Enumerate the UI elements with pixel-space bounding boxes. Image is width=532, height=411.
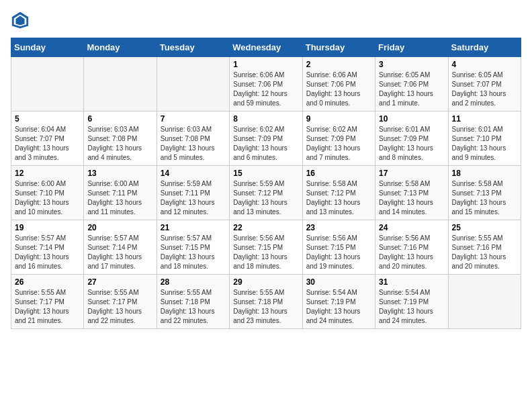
cell-content: Sunrise: 6:00 AMSunset: 7:11 PMDaylight:… — [87, 179, 152, 217]
cell-line: Daylight: 13 hours — [233, 307, 298, 316]
day-number: 1 — [233, 60, 298, 69]
cell-line: Daylight: 13 hours — [379, 198, 444, 208]
day-number: 11 — [452, 114, 517, 124]
day-number: 13 — [87, 169, 152, 178]
cell-line: Sunset: 7:16 PM — [452, 243, 517, 253]
calendar-cell: 17Sunrise: 5:58 AMSunset: 7:13 PMDayligh… — [375, 166, 448, 220]
cell-line: Daylight: 13 hours — [452, 89, 517, 99]
calendar-cell: 2Sunrise: 6:06 AMSunset: 7:06 PMDaylight… — [302, 57, 375, 111]
week-row-5: 26Sunrise: 5:55 AMSunset: 7:17 PMDayligh… — [11, 275, 521, 329]
day-number: 28 — [161, 277, 226, 287]
cell-content: Sunrise: 6:02 AMSunset: 7:09 PMDaylight:… — [306, 125, 371, 163]
cell-line: Sunset: 7:08 PM — [87, 134, 152, 144]
calendar-cell: 10Sunrise: 6:01 AMSunset: 7:09 PMDayligh… — [375, 111, 448, 166]
cell-line: Daylight: 13 hours — [306, 253, 371, 262]
cell-content: Sunrise: 5:58 AMSunset: 7:12 PMDaylight:… — [306, 179, 371, 217]
cell-line: and 21 minutes. — [15, 316, 80, 326]
cell-line: Sunset: 7:06 PM — [379, 80, 444, 89]
cell-line: Sunset: 7:15 PM — [161, 243, 226, 253]
cell-line: and 59 minutes. — [233, 99, 298, 108]
calendar-cell: 12Sunrise: 6:00 AMSunset: 7:10 PMDayligh… — [11, 166, 84, 220]
weekday-header-thursday: Thursday — [302, 38, 375, 57]
cell-line: Sunrise: 6:06 AM — [233, 71, 298, 80]
cell-line: Sunrise: 5:54 AM — [306, 288, 371, 298]
cell-line: Sunset: 7:14 PM — [87, 243, 152, 253]
cell-content: Sunrise: 5:55 AMSunset: 7:16 PMDaylight:… — [452, 234, 517, 271]
logo-icon — [11, 11, 30, 30]
calendar-cell: 28Sunrise: 5:55 AMSunset: 7:18 PMDayligh… — [157, 275, 229, 329]
cell-content: Sunrise: 6:04 AMSunset: 7:07 PMDaylight:… — [15, 125, 80, 163]
cell-content: Sunrise: 5:58 AMSunset: 7:13 PMDaylight:… — [452, 179, 517, 217]
calendar-cell: 18Sunrise: 5:58 AMSunset: 7:13 PMDayligh… — [448, 166, 521, 220]
day-number: 30 — [306, 277, 371, 287]
cell-line: and 22 minutes. — [161, 316, 226, 326]
cell-line: Sunrise: 5:58 AM — [306, 179, 371, 189]
cell-line: Sunset: 7:18 PM — [161, 298, 226, 307]
cell-line: Sunrise: 5:55 AM — [233, 288, 298, 298]
cell-line: Daylight: 13 hours — [87, 307, 152, 316]
cell-content: Sunrise: 6:06 AMSunset: 7:06 PMDaylight:… — [233, 71, 298, 108]
cell-line: Daylight: 13 hours — [161, 253, 226, 262]
cell-line: and 2 minutes. — [452, 99, 517, 108]
cell-content: Sunrise: 5:58 AMSunset: 7:13 PMDaylight:… — [379, 179, 444, 217]
cell-line: and 0 minutes. — [306, 99, 371, 108]
cell-line: Sunset: 7:09 PM — [233, 134, 298, 144]
cell-line: Sunset: 7:17 PM — [15, 298, 80, 307]
cell-line: and 12 minutes. — [161, 208, 226, 217]
calendar-cell: 6Sunrise: 6:03 AMSunset: 7:08 PMDaylight… — [84, 111, 157, 166]
day-number: 10 — [379, 114, 444, 124]
cell-line: Sunset: 7:11 PM — [87, 189, 152, 198]
cell-line: Daylight: 13 hours — [379, 307, 444, 316]
cell-line: Daylight: 13 hours — [161, 307, 226, 316]
week-row-1: 1Sunrise: 6:06 AMSunset: 7:06 PMDaylight… — [11, 57, 521, 111]
cell-line: Sunrise: 5:56 AM — [379, 234, 444, 243]
cell-line: Sunset: 7:14 PM — [15, 243, 80, 253]
day-number: 17 — [379, 169, 444, 178]
cell-line: Sunset: 7:13 PM — [379, 189, 444, 198]
page-header — [11, 11, 521, 30]
day-number: 26 — [15, 277, 80, 287]
cell-line: Daylight: 13 hours — [379, 89, 444, 99]
calendar-cell: 31Sunrise: 5:54 AMSunset: 7:19 PMDayligh… — [375, 275, 448, 329]
calendar-cell: 8Sunrise: 6:02 AMSunset: 7:09 PMDaylight… — [230, 111, 302, 166]
cell-line: and 7 minutes. — [306, 153, 371, 163]
cell-line: and 23 minutes. — [233, 316, 298, 326]
cell-line: Daylight: 12 hours — [233, 89, 298, 99]
cell-line: Daylight: 13 hours — [87, 144, 152, 153]
day-number: 14 — [161, 169, 226, 178]
calendar-cell: 24Sunrise: 5:56 AMSunset: 7:16 PMDayligh… — [375, 220, 448, 275]
day-number: 8 — [233, 114, 298, 124]
calendar-cell: 26Sunrise: 5:55 AMSunset: 7:17 PMDayligh… — [11, 275, 84, 329]
logo — [11, 11, 31, 30]
cell-content: Sunrise: 6:01 AMSunset: 7:10 PMDaylight:… — [452, 125, 517, 163]
cell-line: Daylight: 13 hours — [15, 198, 80, 208]
weekday-header-saturday: Saturday — [448, 38, 521, 57]
calendar-cell — [157, 57, 229, 111]
cell-line: Sunrise: 6:01 AM — [452, 125, 517, 134]
cell-line: and 4 minutes. — [87, 153, 152, 163]
cell-line: Sunrise: 5:54 AM — [379, 288, 444, 298]
cell-line: Daylight: 13 hours — [306, 144, 371, 153]
cell-content: Sunrise: 6:05 AMSunset: 7:07 PMDaylight:… — [452, 71, 517, 108]
cell-line: and 20 minutes. — [452, 262, 517, 271]
cell-content: Sunrise: 5:56 AMSunset: 7:15 PMDaylight:… — [306, 234, 371, 271]
cell-line: Daylight: 13 hours — [15, 253, 80, 262]
calendar-cell: 5Sunrise: 6:04 AMSunset: 7:07 PMDaylight… — [11, 111, 84, 166]
cell-line: Sunset: 7:18 PM — [233, 298, 298, 307]
calendar-cell — [84, 57, 157, 111]
cell-line: and 18 minutes. — [161, 262, 226, 271]
day-number: 23 — [306, 223, 371, 232]
day-number: 5 — [15, 114, 80, 124]
cell-line: Sunset: 7:07 PM — [15, 134, 80, 144]
cell-line: Sunrise: 6:04 AM — [15, 125, 80, 134]
calendar-cell: 11Sunrise: 6:01 AMSunset: 7:10 PMDayligh… — [448, 111, 521, 166]
cell-line: Sunrise: 5:55 AM — [452, 234, 517, 243]
cell-line: Daylight: 13 hours — [233, 198, 298, 208]
day-number: 4 — [452, 60, 517, 69]
weekday-header-row: SundayMondayTuesdayWednesdayThursdayFrid… — [11, 38, 521, 57]
cell-line: Daylight: 13 hours — [87, 198, 152, 208]
cell-line: Sunrise: 6:02 AM — [306, 125, 371, 134]
calendar-cell: 3Sunrise: 6:05 AMSunset: 7:06 PMDaylight… — [375, 57, 448, 111]
weekday-header-sunday: Sunday — [11, 38, 84, 57]
cell-line: Sunrise: 5:56 AM — [233, 234, 298, 243]
